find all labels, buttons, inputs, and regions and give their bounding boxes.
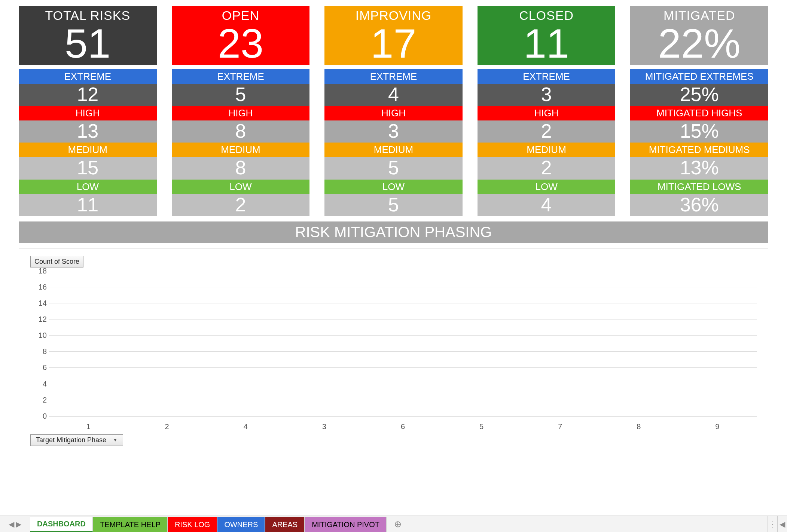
x-tick-label: 1 [57, 422, 120, 431]
sheet-tab-label: DASHBOARD [37, 520, 86, 528]
kpi-row: TOTAL RISKS51OPEN23IMPROVING17CLOSED11MI… [19, 6, 768, 65]
kpi-card: OPEN23 [172, 6, 310, 65]
detail-value: 11 [19, 194, 157, 216]
detail-label: HIGH [478, 106, 616, 120]
sheet-tab[interactable]: RISK LOG [168, 517, 217, 532]
detail-value: 4 [324, 84, 463, 106]
detail-value: 36% [630, 194, 768, 216]
detail-label: HIGH [19, 106, 157, 120]
sheet-tab[interactable]: TEMPLATE HELP [93, 517, 168, 532]
tabs-holder: DASHBOARDTEMPLATE HELPRISK LOGOWNERSAREA… [30, 516, 387, 532]
detail-value: 2 [172, 194, 310, 216]
kpi-value: 11 [478, 23, 616, 64]
kpi-value: 23 [172, 23, 310, 64]
detail-label: LOW [324, 180, 463, 194]
detail-label: MITIGATED LOWS [630, 180, 768, 194]
y-tick-label: 0 [34, 412, 47, 420]
chart-xaxis-label: Target Mitigation Phase [36, 436, 106, 444]
x-tick-label: 7 [528, 422, 592, 431]
detail-label: EXTREME [478, 69, 616, 84]
detail-label: EXTREME [172, 69, 310, 84]
gridline [49, 416, 757, 416]
kpi-value: 17 [324, 23, 463, 64]
sheet-tab[interactable]: DASHBOARD [30, 517, 93, 532]
y-tick-label: 4 [34, 379, 47, 388]
sheet-nav-buttons[interactable]: ◀ ▶ [0, 516, 30, 532]
detail-label: MEDIUM [172, 143, 310, 157]
kpi-card: TOTAL RISKS51 [19, 6, 157, 65]
detail-label: LOW [478, 180, 616, 194]
gridline [49, 335, 757, 336]
sheet-tab-label: OWNERS [224, 520, 258, 529]
detail-col: EXTREME3HIGH2MEDIUM2LOW4 [478, 69, 616, 216]
detail-col: EXTREME4HIGH3MEDIUM5LOW5 [324, 69, 463, 216]
detail-value: 8 [172, 157, 310, 179]
y-tick-label: 8 [34, 347, 47, 356]
detail-label: EXTREME [324, 69, 463, 84]
gridline [49, 384, 757, 384]
kpi-value: 51 [19, 23, 157, 64]
detail-label: HIGH [172, 106, 310, 120]
detail-label: HIGH [324, 106, 463, 120]
detail-value: 25% [630, 84, 768, 106]
detail-col: EXTREME12HIGH13MEDIUM15LOW11 [19, 69, 157, 216]
detail-value: 5 [324, 194, 463, 216]
sheet-tab-label: RISK LOG [175, 520, 210, 529]
y-tick-label: 18 [34, 266, 47, 275]
sheet-tab-bar: ◀ ▶ DASHBOARDTEMPLATE HELPRISK LOGOWNERS… [0, 516, 787, 532]
kpi-card: CLOSED11 [478, 6, 616, 65]
x-tick-label: 6 [371, 422, 434, 431]
detail-value: 3 [324, 120, 463, 143]
detail-label: MITIGATED EXTREMES [630, 69, 768, 84]
x-tick-label: 4 [214, 422, 277, 431]
new-sheet-button[interactable]: ⊕ [387, 516, 409, 532]
detail-value: 15 [19, 157, 157, 179]
y-tick-label: 14 [34, 299, 47, 307]
kpi-card: MITIGATED22% [630, 6, 768, 65]
sheet-tab[interactable]: MITIGATION PIVOT [305, 517, 387, 532]
scroll-left-button[interactable]: ◀ [777, 516, 787, 532]
chart-xaxis-button[interactable]: Target Mitigation Phase ▼ [30, 434, 123, 446]
sheet-tab[interactable]: AREAS [265, 517, 305, 532]
gridline [49, 400, 757, 400]
detail-label: LOW [19, 180, 157, 194]
chart-count-button[interactable]: Count of Score [30, 256, 83, 267]
drag-handle-icon[interactable]: ⋮ [768, 516, 777, 532]
y-tick-label: 6 [34, 363, 47, 372]
sheet-tab[interactable]: OWNERS [217, 517, 265, 532]
x-tick-label: 9 [686, 422, 749, 431]
chevron-down-icon: ▼ [113, 437, 118, 443]
detail-col: MITIGATED EXTREMES25%MITIGATED HIGHS15%M… [630, 69, 768, 216]
sheet-tab-label: TEMPLATE HELP [100, 520, 161, 529]
detail-value: 5 [172, 84, 310, 106]
detail-label: MEDIUM [324, 143, 463, 157]
x-tick-label: 5 [450, 422, 513, 431]
gridline [49, 351, 757, 352]
section-banner: RISK MITIGATION PHASING [19, 221, 768, 243]
y-tick-label: 2 [34, 395, 47, 404]
kpi-value: 22% [630, 23, 768, 64]
y-tick-label: 12 [34, 315, 47, 324]
detail-label: LOW [172, 180, 310, 194]
gridline [49, 287, 757, 287]
x-tick-label: 8 [607, 422, 671, 431]
detail-label: MEDIUM [19, 143, 157, 157]
detail-value: 4 [478, 194, 616, 216]
detail-value: 3 [478, 84, 616, 106]
detail-value: 12 [19, 84, 157, 106]
detail-col: EXTREME5HIGH8MEDIUM8LOW2 [172, 69, 310, 216]
x-axis-labels: 124365789 [49, 422, 757, 431]
detail-value: 13% [630, 157, 768, 179]
tab-scroll-area: ⋮ ◀ [768, 516, 787, 532]
plus-icon: ⊕ [394, 519, 402, 529]
x-tick-label: 2 [135, 422, 199, 431]
detail-value: 8 [172, 120, 310, 143]
chart-area: 024681012141618 [49, 271, 757, 416]
nav-prev-icon: ◀ [9, 520, 14, 529]
detail-label: EXTREME [19, 69, 157, 84]
nav-next-icon: ▶ [16, 520, 21, 529]
bars-container [49, 271, 757, 416]
gridline [49, 367, 757, 368]
dashboard-page: TOTAL RISKS51OPEN23IMPROVING17CLOSED11MI… [0, 0, 787, 450]
detail-value: 5 [324, 157, 463, 179]
